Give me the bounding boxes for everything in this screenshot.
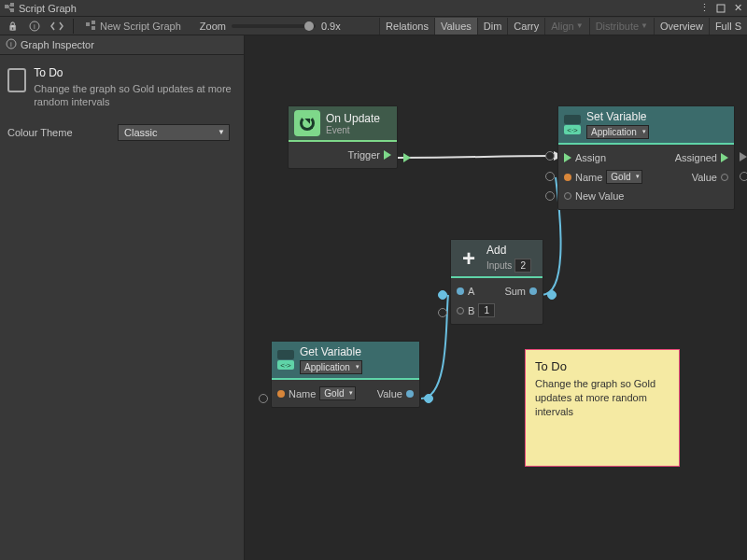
external-port[interactable]: [438, 308, 447, 317]
node-type-icon: <·>: [564, 115, 581, 134]
sticky-title: To Do: [535, 359, 669, 373]
external-port[interactable]: [438, 290, 447, 300]
external-port[interactable]: [545, 151, 555, 161]
node-on-update[interactable]: On Update Event Trigger: [288, 105, 398, 169]
info-circle-icon: i: [6, 38, 17, 51]
name-label: Name: [575, 172, 602, 183]
flow-port-external[interactable]: [403, 153, 411, 162]
inputs-label: Inputs: [486, 260, 512, 271]
inspector-todo-card: To Do Change the graph so Gold updates a…: [7, 63, 236, 113]
todo-title: To Do: [34, 66, 236, 79]
carry-button[interactable]: Carry: [507, 18, 544, 35]
plus-icon: +: [457, 246, 481, 271]
svg-line-3: [8, 5, 10, 7]
fullscreen-button[interactable]: Full S: [709, 18, 747, 35]
scope-dropdown[interactable]: Application▾: [586, 125, 649, 139]
name-dropdown[interactable]: Gold▾: [319, 386, 356, 400]
flow-in-port[interactable]: [564, 153, 571, 162]
inspector-header: i Graph Inspector: [0, 35, 244, 55]
node-get-variable[interactable]: <·> Get Variable Application▾ NameGold▾ …: [271, 341, 420, 408]
data-in-port[interactable]: [564, 174, 571, 181]
graph-tab-icon: [4, 2, 15, 15]
breadcrumb-graph-icon: [85, 20, 96, 33]
value-label: Value: [692, 172, 717, 183]
flow-out-port[interactable]: [384, 150, 391, 160]
overview-button[interactable]: Overview: [654, 18, 709, 35]
trigger-port-label: Trigger: [348, 149, 380, 161]
svg-rect-8: [86, 22, 90, 26]
sticky-note[interactable]: To Do Change the graph so Gold updates a…: [525, 349, 680, 467]
svg-rect-2: [10, 8, 14, 12]
svg-line-4: [8, 7, 10, 10]
external-port[interactable]: [547, 290, 557, 300]
value-label: Value: [377, 388, 402, 399]
assigned-label: Assigned: [675, 152, 717, 163]
graph-inspector-panel: i Graph Inspector To Do Change the graph…: [0, 35, 245, 560]
external-port[interactable]: [424, 394, 433, 403]
a-label: A: [468, 286, 474, 297]
sum-label: Sum: [504, 286, 526, 297]
svg-rect-9: [92, 21, 95, 24]
data-in-port[interactable]: [457, 287, 464, 295]
zoom-value: 0.9x: [321, 21, 341, 32]
data-out-port[interactable]: [406, 390, 414, 398]
b-value-field[interactable]: [478, 303, 495, 317]
align-button[interactable]: Align▼: [544, 18, 588, 35]
svg-text:i: i: [10, 40, 12, 49]
node-title: Set Variable: [586, 110, 649, 123]
external-port[interactable]: [545, 191, 555, 201]
sticky-body: Change the graph so Gold updates at more…: [535, 377, 669, 419]
name-dropdown[interactable]: Gold▾: [606, 170, 642, 184]
svg-rect-1: [10, 3, 14, 7]
data-out-port[interactable]: [529, 287, 537, 295]
todo-description: Change the graph so Gold updates at more…: [34, 82, 236, 109]
flow-out-port[interactable]: [721, 153, 728, 162]
scope-dropdown[interactable]: Application▾: [300, 360, 362, 374]
lock-icon[interactable]: [4, 19, 21, 34]
zoom-label: Zoom: [200, 21, 226, 32]
toolbar: i New Script Graph Zoom 0.9x Relations V…: [0, 17, 747, 35]
data-in-port[interactable]: [277, 390, 285, 398]
data-out-port[interactable]: [721, 174, 728, 181]
breadcrumb[interactable]: New Script Graph: [100, 21, 181, 32]
node-subtitle: Event: [326, 125, 380, 135]
values-button[interactable]: Values: [434, 18, 477, 35]
svg-rect-0: [5, 5, 8, 8]
name-label: Name: [289, 388, 316, 399]
external-port[interactable]: [740, 172, 747, 181]
zoom-slider[interactable]: [232, 24, 316, 28]
node-add[interactable]: + Add Inputs A Sum B: [450, 239, 543, 325]
flow-port-external[interactable]: [740, 152, 747, 161]
node-title: Add: [486, 244, 531, 257]
external-port[interactable]: [545, 172, 555, 181]
data-in-port[interactable]: [457, 307, 464, 315]
info-icon[interactable]: i: [26, 19, 43, 34]
distribute-button[interactable]: Distribute▼: [589, 18, 654, 35]
data-in-port[interactable]: [564, 192, 571, 200]
colour-theme-dropdown[interactable]: Classic▼: [118, 124, 230, 141]
relations-button[interactable]: Relations: [379, 18, 434, 35]
dim-button[interactable]: Dim: [477, 18, 508, 35]
node-type-icon: <·>: [277, 350, 294, 370]
svg-text:i: i: [34, 22, 35, 31]
window-title: Script Graph: [19, 3, 77, 14]
window-menu-icon[interactable]: ⋮: [698, 3, 710, 14]
svg-rect-10: [92, 26, 95, 30]
loop-icon: [294, 110, 320, 136]
external-port[interactable]: [259, 394, 268, 403]
graph-canvas[interactable]: On Update Event Trigger <·: [245, 35, 747, 560]
node-set-variable[interactable]: <·> Set Variable Application▾ Assign Ass…: [557, 105, 735, 210]
svg-rect-5: [717, 5, 725, 12]
node-title: On Update: [326, 112, 380, 125]
sticky-note-icon: [7, 68, 26, 92]
window-titlebar: Script Graph ⋮ ✕: [0, 0, 747, 17]
code-icon[interactable]: [49, 19, 65, 34]
inputs-count-field[interactable]: [514, 259, 531, 273]
assign-label: Assign: [575, 152, 606, 163]
window-restore-icon[interactable]: [715, 3, 726, 14]
new-value-label: New Value: [575, 190, 624, 202]
b-label: B: [468, 305, 474, 316]
inspector-title: Graph Inspector: [21, 39, 94, 50]
node-title: Get Variable: [300, 345, 362, 358]
window-close-icon[interactable]: ✕: [732, 3, 743, 14]
